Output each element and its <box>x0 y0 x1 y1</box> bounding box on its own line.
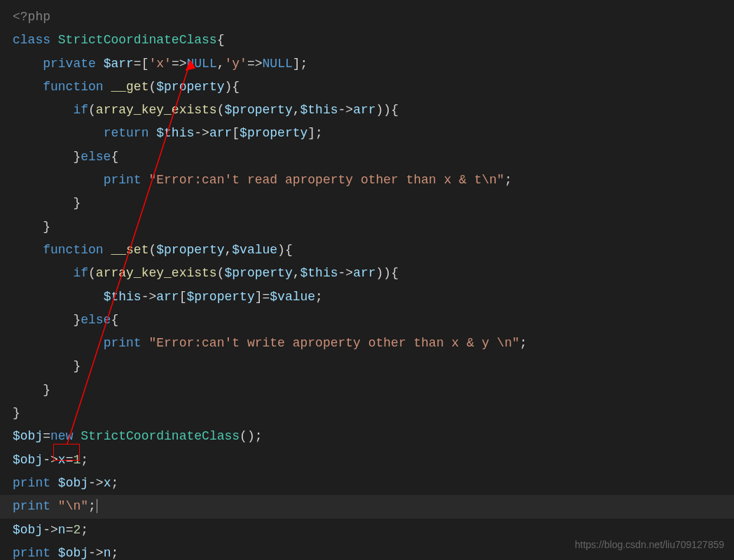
code-line: $this->arr[$property]=$value; <box>13 286 721 309</box>
code-line: } <box>13 355 721 378</box>
code-line: print "Error:can't write aproperty other… <box>13 332 721 355</box>
code-line: function __set($property,$value){ <box>13 239 721 262</box>
code-line: $obj->x=1; <box>13 449 721 472</box>
code-line: print "Error:can't read aproperty other … <box>13 169 721 192</box>
code-line: return $this->arr[$property]; <box>13 122 721 145</box>
code-line: if(array_key_exists($property,$this->arr… <box>13 262 721 285</box>
code-line: } <box>13 379 721 402</box>
code-line-current: print "\n"; <box>0 495 734 518</box>
code-line: } <box>13 192 721 215</box>
text-cursor <box>97 499 97 513</box>
code-line: class StrictCoordinateClass{ <box>13 29 721 52</box>
code-line: private $arr=['x'=>NULL,'y'=>NULL]; <box>13 52 721 76</box>
code-line: }else{ <box>13 146 721 169</box>
watermark: https://blog.csdn.net/liu709127859 <box>575 536 724 554</box>
php-open-tag: <?php <box>13 10 50 24</box>
code-line: }else{ <box>13 309 721 332</box>
code-line: if(array_key_exists($property,$this->arr… <box>13 99 721 122</box>
code-line: <?php <box>13 6 721 29</box>
code-line: function __get($property){ <box>13 76 721 99</box>
code-line: $obj=new StrictCoordinateClass(); <box>13 425 721 448</box>
code-editor[interactable]: <?php class StrictCoordinateClass{ priva… <box>13 6 721 560</box>
code-line: } <box>13 402 721 425</box>
code-line: } <box>13 216 721 239</box>
code-line: print $obj->x; <box>13 472 721 495</box>
